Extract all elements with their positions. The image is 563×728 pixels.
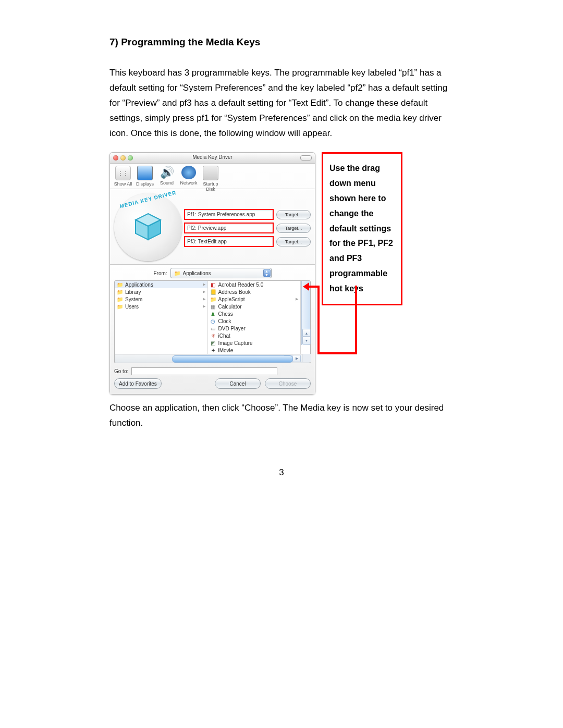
app-icon: ◩	[210, 340, 216, 346]
list-item[interactable]: 📒Address Book	[208, 288, 301, 295]
pf2-row: Pf2: Preview.app Target...	[184, 223, 311, 233]
scroll-down-icon[interactable]: ▼	[302, 336, 310, 344]
file-chooser-panel: From: 📁 Applications ▲▼ 📁Applications▶ 📁…	[110, 264, 315, 394]
list-item-label: Applications	[125, 282, 153, 288]
list-item[interactable]: ◷Clock	[208, 317, 301, 325]
chevron-right-icon: ▶	[203, 282, 205, 287]
toolbar-network[interactable]: Network	[178, 166, 200, 186]
pf3-input[interactable]: Pf3: TextEdit.app	[184, 236, 274, 247]
pf2-target-button[interactable]: Target...	[276, 224, 311, 233]
logo-text: MEDIA KEY DRIVER	[115, 189, 182, 211]
list-item-label: DVD Player	[218, 326, 246, 331]
choose-button[interactable]: Choose	[265, 378, 311, 389]
from-value: Applications	[183, 270, 211, 276]
popup-arrows-icon: ▲▼	[263, 269, 271, 277]
list-item[interactable]: 📁Users▶	[115, 303, 207, 310]
folder-icon: 📁	[210, 296, 216, 302]
resize-corner-icon[interactable]	[302, 354, 311, 362]
list-item[interactable]: ♟Chess	[208, 310, 301, 317]
list-item-label: AppleScript	[218, 297, 245, 302]
app-icon: ▦	[210, 303, 216, 310]
pf-value: System Preferences.app	[198, 212, 255, 217]
list-item[interactable]: ✳iChat	[208, 332, 301, 339]
list-item[interactable]: 📁System▶	[115, 295, 207, 303]
goto-input[interactable]	[131, 367, 277, 375]
toolbar-show-all[interactable]: ⋮⋮ Show All	[112, 166, 134, 187]
list-item[interactable]: 📁Applications▶	[115, 281, 207, 288]
browser-column-3: ▲ ▼	[301, 281, 310, 354]
folder-icon: 📁	[117, 289, 123, 295]
app-icon: ♟	[210, 311, 216, 317]
list-item[interactable]: ▭DVD Player	[208, 325, 301, 332]
app-icon: ◧	[210, 281, 216, 288]
media-key-driver-logo: MEDIA KEY DRIVER	[114, 193, 182, 261]
toolbar-toggle-icon[interactable]	[300, 155, 312, 161]
callout-arrow-line	[317, 286, 320, 353]
page-number: 3	[109, 467, 454, 478]
goto-label: Go to:	[114, 368, 128, 374]
folder-icon: 📁	[117, 296, 123, 302]
scroll-thumb[interactable]	[172, 355, 293, 363]
folder-icon: 📁	[117, 281, 123, 288]
cube-icon	[132, 212, 164, 243]
sound-icon: 🔊	[160, 166, 174, 179]
list-item[interactable]: 📁AppleScript▶	[208, 295, 301, 303]
folder-icon: 📁	[117, 303, 123, 310]
list-item[interactable]: ▦Calculator	[208, 303, 301, 310]
toolbar-label: Sound	[156, 180, 178, 186]
horizontal-scrollbar[interactable]: ◀ ▶	[114, 354, 311, 363]
list-item-label: Users	[125, 304, 139, 310]
toolbar-startup-disk[interactable]: Startup Disk	[200, 166, 222, 192]
app-icon: 📒	[210, 289, 216, 295]
display-icon	[137, 166, 153, 180]
pf3-row: Pf3: TextEdit.app Target...	[184, 236, 311, 247]
callout-arrow-line	[317, 352, 357, 354]
section-heading: 7) Programming the Media Keys	[109, 36, 454, 48]
column-browser: 📁Applications▶ 📁Library▶ 📁System▶ 📁Users…	[114, 280, 311, 354]
outro-paragraph: Choose an application, then click “Choos…	[109, 401, 454, 431]
pf-value: Preview.app	[198, 225, 226, 231]
chevron-right-icon: ▶	[203, 290, 205, 294]
pf1-input[interactable]: Pf1: System Preferences.app	[184, 209, 274, 220]
list-item[interactable]: ◩Image Capture	[208, 339, 301, 347]
browser-column-1[interactable]: 📁Applications▶ 📁Library▶ 📁System▶ 📁Users…	[115, 281, 208, 354]
prefs-toolbar: ⋮⋮ Show All Displays 🔊 Sound Network	[110, 164, 315, 189]
list-item[interactable]: ◧Acrobat Reader 5.0	[208, 281, 301, 288]
pf3-target-button[interactable]: Target...	[276, 237, 311, 246]
toolbar-label: Show All	[112, 181, 134, 187]
pf2-input[interactable]: Pf2: Preview.app	[184, 223, 274, 233]
list-item[interactable]: ✦iMovie	[208, 347, 301, 354]
toolbar-label: Network	[178, 180, 200, 186]
list-item-label: Clock	[218, 318, 231, 324]
list-item-label: Image Capture	[218, 340, 253, 346]
show-all-icon: ⋮⋮	[115, 166, 131, 180]
callout-arrow-line	[355, 286, 357, 353]
toolbar-label: Startup Disk	[200, 181, 222, 192]
callout-arrow-head-icon	[303, 282, 309, 291]
pf1-target-button[interactable]: Target...	[276, 210, 311, 219]
toolbar-sound[interactable]: 🔊 Sound	[156, 166, 178, 186]
scroll-right-icon[interactable]: ▶	[292, 355, 301, 362]
list-item-label: Chess	[218, 311, 233, 317]
network-icon	[181, 166, 196, 179]
window-titlebar[interactable]: Media Key Driver	[110, 153, 315, 164]
list-item-label: Address Book	[218, 289, 251, 295]
app-icon: ✦	[210, 347, 216, 353]
list-item-label: Acrobat Reader 5.0	[218, 282, 264, 288]
app-icon: ◷	[210, 318, 216, 324]
chevron-right-icon: ▶	[296, 297, 298, 301]
list-item[interactable]: 📁Library▶	[115, 288, 207, 295]
cancel-button[interactable]: Cancel	[215, 378, 261, 389]
list-item-label: Library	[125, 289, 141, 295]
from-popup[interactable]: 📁 Applications ▲▼	[170, 268, 272, 278]
startup-disk-icon	[203, 166, 218, 180]
pf-label: Pf3:	[187, 239, 197, 244]
chevron-right-icon: ▶	[203, 304, 205, 309]
list-item-label: iMovie	[218, 348, 234, 353]
toolbar-displays[interactable]: Displays	[134, 166, 156, 187]
from-label: From:	[153, 270, 167, 276]
callout-arrow-line	[308, 286, 319, 288]
browser-column-2[interactable]: ◧Acrobat Reader 5.0 📒Address Book 📁Apple…	[208, 281, 301, 354]
add-to-favorites-button[interactable]: Add to Favorites	[114, 378, 162, 389]
pf-value: TextEdit.app	[198, 239, 227, 244]
